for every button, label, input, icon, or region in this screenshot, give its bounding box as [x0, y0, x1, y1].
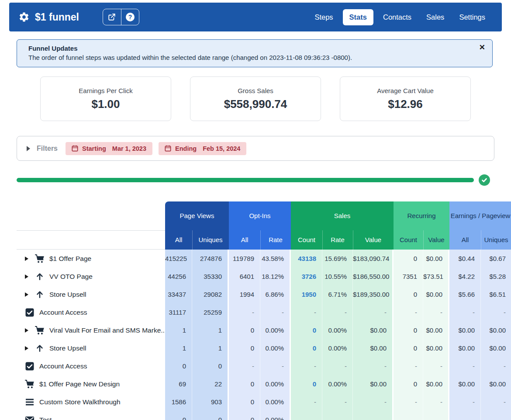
stat-cell: $0.00	[353, 321, 394, 339]
row-name: Account Access	[17, 357, 165, 375]
stat-cell: -	[353, 393, 394, 411]
card-label: Gross Sales	[238, 87, 273, 94]
stat-cell: $5.66	[449, 285, 481, 303]
funnel-nav-tabs: Steps Stats Contacts Sales Settings	[309, 9, 490, 25]
subcolumn-header: Uniques	[192, 230, 229, 250]
stat-cell: 0	[192, 357, 229, 375]
banner-title: Funnel Updates	[28, 45, 484, 52]
badge-label: Starting	[82, 145, 106, 152]
stat-cell: -	[423, 357, 449, 375]
stat-cell: -	[229, 357, 260, 375]
sales-count-link[interactable]: 0	[291, 375, 322, 393]
stat-cell: $6.51	[481, 285, 511, 303]
funnel-updates-banner: Funnel Updates The order of funnel steps…	[17, 39, 493, 67]
stat-cell: 18.12%	[260, 267, 291, 285]
subcolumn-header: All	[229, 230, 260, 250]
banner-message: The order of funnel steps was updated wi…	[28, 54, 484, 61]
subcolumn-header: All	[165, 230, 192, 250]
tab-stats[interactable]: Stats	[343, 9, 373, 25]
sales-count-link[interactable]: 43138	[291, 250, 322, 267]
row-name[interactable]: VV OTO Page	[17, 267, 165, 285]
row-name[interactable]: Store Upsell	[17, 339, 165, 357]
stat-cell: 6401	[229, 267, 260, 285]
starting-date-badge[interactable]: Starting Mar 1, 2023	[66, 142, 152, 155]
row-name[interactable]: Viral Vault For Email and SMS Marke...	[17, 321, 165, 339]
stat-cell: $0.44	[449, 250, 481, 267]
close-icon[interactable]: ✕	[479, 44, 485, 51]
stat-cell: -	[481, 303, 511, 321]
subcolumn-header: Count	[291, 230, 322, 250]
column-group-sa: Sales	[291, 201, 394, 230]
help-button[interactable]: ?	[121, 9, 139, 25]
stat-cell: $0.00	[449, 375, 481, 393]
expand-caret-icon[interactable]	[25, 346, 28, 351]
filters-bar: Filters Starting Mar 1, 2023 Ending Feb …	[17, 136, 494, 161]
stat-cell: -	[423, 411, 449, 420]
stat-cell: -	[322, 357, 353, 375]
sales-count-link[interactable]: 0	[291, 321, 322, 339]
row-name[interactable]: Store Upsell	[17, 285, 165, 303]
expand-caret-icon[interactable]	[25, 292, 28, 297]
tab-sales[interactable]: Sales	[421, 9, 449, 25]
subcolumn-header: Rate	[322, 230, 353, 250]
stat-cell: $0.00	[481, 339, 511, 357]
stat-cell: 7351	[394, 267, 423, 285]
calendar-icon	[165, 145, 171, 152]
tab-steps[interactable]: Steps	[309, 9, 338, 25]
stat-cell: $0.00	[423, 375, 449, 393]
card-label: Earnings Per Click	[79, 87, 132, 94]
row-label: VV OTO Page	[49, 273, 93, 281]
tab-contacts[interactable]: Contacts	[378, 9, 417, 25]
subcolumn-header: Count	[394, 230, 423, 250]
sales-count-link[interactable]: 3726	[291, 267, 322, 285]
filters-expand-icon[interactable]	[27, 146, 30, 151]
stat-cell: -	[291, 303, 322, 321]
stat-cell: 1	[165, 321, 192, 339]
stat-cell: 903	[192, 393, 229, 411]
stat-cell: -	[322, 303, 353, 321]
row-name: Account Access	[17, 303, 165, 321]
calendar-icon	[72, 145, 78, 152]
stat-cell: 0	[394, 339, 423, 357]
badge-label: Ending	[175, 145, 197, 152]
stat-cell: -	[394, 303, 423, 321]
checkbox-icon[interactable]	[25, 308, 35, 317]
arrow-up-icon	[35, 272, 45, 281]
stat-cell: -	[423, 393, 449, 411]
row-label: Test	[39, 416, 52, 420]
tab-settings[interactable]: Settings	[454, 9, 490, 25]
sales-count-link[interactable]: 1950	[291, 285, 322, 303]
stat-cell: -	[449, 303, 481, 321]
expand-caret-icon[interactable]	[25, 274, 28, 279]
stat-cell: $0.67	[481, 250, 511, 267]
arrow-up-icon	[35, 344, 45, 353]
stat-cell: 0	[229, 321, 260, 339]
stat-cell: 0.00%	[260, 339, 291, 357]
stat-cell: -	[229, 303, 260, 321]
subcolumn-header: Value	[423, 230, 449, 250]
stat-cell: 0	[192, 411, 229, 420]
stat-cell: $186,550.00	[353, 267, 394, 285]
expand-caret-icon[interactable]	[25, 328, 28, 333]
stat-cell: -	[449, 357, 481, 375]
stat-cell: $0.00	[481, 375, 511, 393]
stat-cell: 43.58%	[260, 250, 291, 267]
stat-cell: -	[481, 393, 511, 411]
funnel-stats-table: Page ViewsOpt-InsSalesRecurringEarnings …	[17, 201, 511, 420]
expand-caret-icon[interactable]	[25, 257, 28, 261]
stat-cell: 33437	[165, 285, 192, 303]
row-name[interactable]: $1 Offer Page	[17, 250, 165, 267]
table-corner-spacer	[17, 201, 165, 230]
open-external-button[interactable]	[103, 9, 121, 25]
card-earnings-per-click: Earnings Per Click $1.00	[40, 76, 171, 121]
badge-value: Feb 15, 2024	[203, 145, 240, 152]
row-name: Test	[17, 411, 165, 420]
stat-cell: 0.00%	[260, 411, 291, 420]
sales-count-link[interactable]: 0	[291, 339, 322, 357]
checkbox-icon[interactable]	[25, 361, 35, 371]
ending-date-badge[interactable]: Ending Feb 15, 2024	[159, 142, 246, 155]
funnel-title: $1 funnel	[35, 11, 79, 23]
stat-cell: -	[353, 357, 394, 375]
stat-cell: 0	[165, 357, 192, 375]
stat-cell: 0	[394, 321, 423, 339]
